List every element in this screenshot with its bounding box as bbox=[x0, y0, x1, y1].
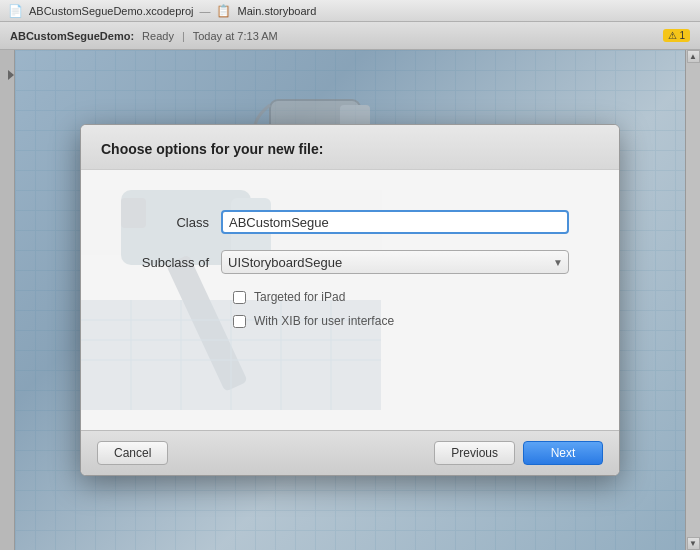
ipad-checkbox[interactable] bbox=[233, 291, 246, 304]
file1-icon: 📄 bbox=[8, 4, 23, 18]
file2-icon: 📋 bbox=[216, 4, 231, 18]
dialog-title-area: Choose options for your new file: bbox=[81, 125, 619, 170]
title-bar: 📄 ABCustomSegueDemo.xcodeproj — 📋 Main.s… bbox=[0, 0, 700, 22]
right-scrollbar: ▲ ▼ bbox=[685, 50, 700, 550]
toolbar: ABCustomSegueDemo: Ready | Today at 7:13… bbox=[0, 22, 700, 50]
subclass-select[interactable]: UIStoryboardSegue UIViewController NSObj… bbox=[221, 250, 569, 274]
class-row: Class bbox=[131, 210, 569, 234]
subclass-select-wrapper: UIStoryboardSegue UIViewController NSObj… bbox=[221, 250, 569, 274]
file2-name: Main.storyboard bbox=[237, 5, 316, 17]
left-panel-arrow bbox=[8, 70, 14, 80]
previous-button[interactable]: Previous bbox=[434, 441, 515, 465]
toolbar-project: ABCustomSegueDemo: bbox=[10, 30, 134, 42]
subclass-label: Subclass of bbox=[131, 255, 221, 270]
ipad-checkbox-row: Targeted for iPad bbox=[233, 290, 569, 304]
dialog-overlay: Choose options for your new file: bbox=[15, 50, 685, 550]
toolbar-status: Ready bbox=[142, 30, 174, 42]
class-input[interactable] bbox=[221, 210, 569, 234]
class-label: Class bbox=[131, 215, 221, 230]
scroll-up-arrow[interactable]: ▲ bbox=[687, 50, 700, 63]
center-content: Choose options for your new file: bbox=[15, 50, 685, 550]
toolbar-warning-badge: ⚠ 1 bbox=[663, 29, 690, 42]
next-button[interactable]: Next bbox=[523, 441, 603, 465]
xib-checkbox-row: With XIB for user interface bbox=[233, 314, 569, 328]
main-area: Choose options for your new file: bbox=[0, 50, 700, 550]
file1-name: ABCustomSegueDemo.xcodeproj bbox=[29, 5, 193, 17]
toolbar-sep: | bbox=[182, 30, 185, 42]
subclass-row: Subclass of UIStoryboardSegue UIViewCont… bbox=[131, 250, 569, 274]
dialog-footer: Cancel Previous Next bbox=[81, 430, 619, 475]
dialog-title: Choose options for your new file: bbox=[101, 141, 599, 157]
title-separator: — bbox=[199, 5, 210, 17]
left-panel bbox=[0, 50, 15, 550]
new-file-dialog: Choose options for your new file: bbox=[80, 124, 620, 476]
toolbar-time: Today at 7:13 AM bbox=[193, 30, 278, 42]
xib-checkbox[interactable] bbox=[233, 315, 246, 328]
footer-nav-buttons: Previous Next bbox=[434, 441, 603, 465]
xib-checkbox-label: With XIB for user interface bbox=[254, 314, 394, 328]
cancel-button[interactable]: Cancel bbox=[97, 441, 168, 465]
dialog-form: Class Subclass of UIStoryboardSegue UIVi… bbox=[101, 200, 599, 348]
dialog-body: Class Subclass of UIStoryboardSegue UIVi… bbox=[81, 170, 619, 430]
scroll-down-arrow[interactable]: ▼ bbox=[687, 537, 700, 550]
ipad-checkbox-label: Targeted for iPad bbox=[254, 290, 345, 304]
